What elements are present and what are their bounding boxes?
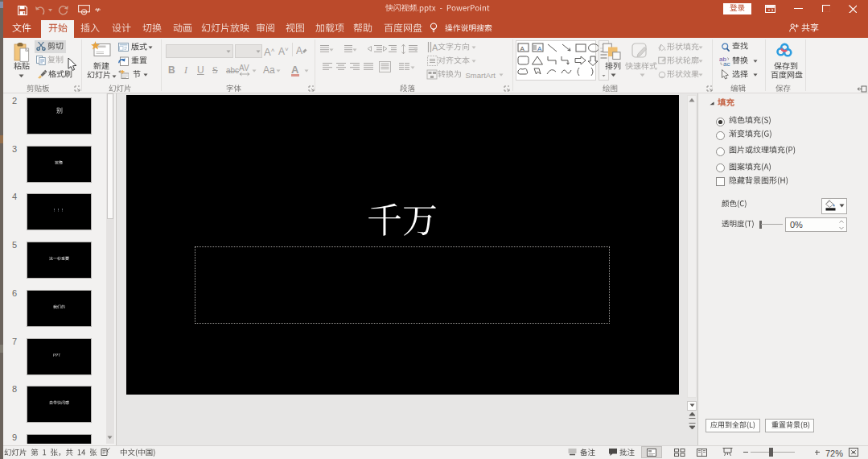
svg-text:AV: AV — [239, 64, 249, 72]
svg-text:A: A — [537, 45, 542, 52]
svg-text:A: A — [296, 45, 302, 56]
svg-text:ac: ac — [723, 60, 730, 66]
svg-text:A: A — [520, 45, 525, 52]
